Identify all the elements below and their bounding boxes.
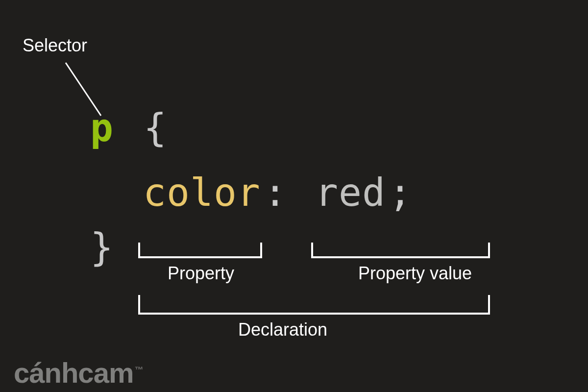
label-property: Property [168, 263, 234, 284]
code-colon: : [264, 171, 287, 215]
bracket-property-value [312, 243, 489, 257]
watermark-text: cánhcam [14, 357, 133, 389]
code-selector: p [90, 106, 113, 150]
label-declaration: Declaration [238, 319, 327, 340]
label-selector: Selector [23, 35, 87, 56]
code-open-brace: { [144, 106, 167, 150]
watermark: cánhcam™ [14, 356, 143, 389]
code-semicolon: ; [389, 171, 412, 215]
bracket-property [139, 243, 261, 257]
bracket-declaration [139, 295, 489, 314]
label-property-value: Property value [358, 263, 472, 284]
code-value: red [315, 171, 386, 215]
code-property: color [143, 171, 261, 215]
trademark-symbol: ™ [134, 365, 143, 375]
code-close-brace: } [90, 225, 113, 270]
